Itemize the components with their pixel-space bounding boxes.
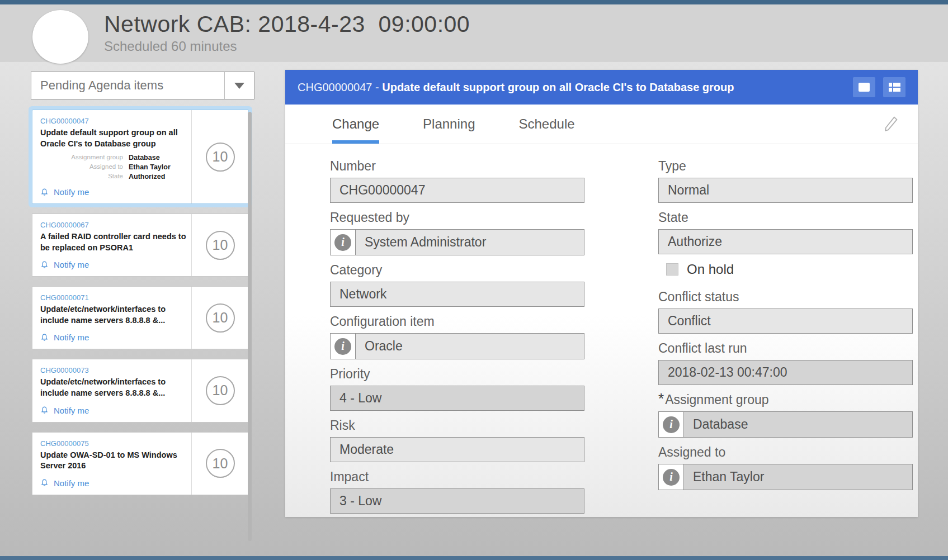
configuration-item-preview-button[interactable]: i [331, 334, 356, 359]
change-short-description: A failed RAID controller card needs to b… [40, 231, 187, 253]
detail-label: State [40, 173, 123, 181]
conflict-last-run-field[interactable]: 2018-02-13 00:47:00 [658, 360, 913, 385]
assigned-to-preview-button[interactable]: i [659, 464, 684, 490]
state-field[interactable]: Authorize [658, 229, 913, 254]
change-number-link[interactable]: CHG00000075 [40, 439, 187, 448]
agenda-filter-label: Pending Agenda items [31, 72, 224, 99]
detail-label: Assigned to [40, 163, 123, 171]
change-panel-title: CHG00000047 - Update default support gro… [298, 81, 845, 94]
agenda-item-chg00000073[interactable]: CHG00000073 Update/etc/network/interface… [32, 359, 249, 422]
field-label-category: Category [330, 263, 584, 278]
bell-icon [40, 188, 49, 197]
notify-me-link[interactable]: Notify me [40, 260, 187, 269]
field-label-state: State [658, 210, 913, 225]
configuration-item-field[interactable]: Oracle [356, 334, 584, 359]
field-label-type: Type [658, 159, 913, 174]
change-detail-panel: CHG00000047 - Update default support gro… [285, 70, 918, 517]
on-hold-label: On hold [687, 262, 734, 277]
change-form: Number CHG00000047 Requested by i System… [285, 144, 918, 521]
change-detail-list: Assignment group Database Assigned to Et… [40, 154, 187, 181]
impact-field[interactable]: 3 - Low [330, 488, 584, 514]
change-short-description: Update/etc/network/interfaces to include… [40, 304, 187, 326]
tab-schedule[interactable]: Schedule [519, 105, 575, 144]
bottom-window-bar [0, 556, 948, 560]
detail-value: Ethan Taylor [129, 163, 187, 171]
bell-icon [40, 478, 49, 487]
field-label-conflict-status: Conflict status [658, 290, 913, 305]
change-number-link[interactable]: CHG00000047 [40, 117, 187, 125]
chevron-down-icon [234, 83, 244, 89]
notify-me-link[interactable]: Notify me [40, 187, 187, 197]
agenda-item-chg00000075[interactable]: CHG00000075 Update OWA-SD-01 to MS Windo… [32, 432, 249, 495]
change-id: CHG00000047 [298, 81, 372, 93]
duration-badge: 10 [206, 231, 235, 260]
page-title: Network CAB: 2018-4-23 09:00:00 [104, 11, 470, 37]
info-icon: i [334, 338, 351, 355]
agenda-filter-dropdown[interactable]: Pending Agenda items [31, 72, 254, 99]
type-field[interactable]: Normal [658, 178, 913, 203]
dropdown-caret-button[interactable] [224, 72, 254, 99]
field-label-assignment-group: * Assignment group [658, 392, 913, 407]
agenda-sidebar: Pending Agenda items CHG00000047 Update … [31, 72, 254, 505]
bell-icon [40, 260, 49, 269]
top-window-bar [0, 0, 948, 4]
card-view-icon [859, 83, 870, 92]
category-field[interactable]: Network [330, 282, 584, 307]
card-view-button[interactable] [853, 77, 875, 97]
required-asterisk: * [658, 392, 664, 405]
agenda-item-chg00000067[interactable]: CHG00000067 A failed RAID controller car… [32, 213, 249, 277]
change-title: Update default support group on all Orac… [382, 81, 734, 93]
edit-pencil-icon[interactable] [882, 115, 900, 134]
info-icon: i [334, 234, 351, 251]
duration-badge: 10 [206, 449, 235, 478]
app-header: Network CAB: 2018-4-23 09:00:00 Schedule… [0, 4, 948, 61]
tab-change[interactable]: Change [332, 105, 379, 144]
requested-by-field[interactable]: System Administrator [356, 230, 584, 255]
conflict-status-field[interactable]: Conflict [658, 309, 913, 334]
duration-badge: 10 [206, 143, 235, 172]
duration-badge: 10 [206, 303, 235, 333]
change-panel-header: CHG00000047 - Update default support gro… [285, 70, 918, 105]
field-label-number: Number [330, 159, 584, 174]
requested-by-preview-button[interactable]: i [331, 230, 356, 255]
priority-field[interactable]: 4 - Low [330, 386, 584, 411]
notify-me-link[interactable]: Notify me [40, 333, 187, 342]
change-number-link[interactable]: CHG00000067 [40, 221, 187, 229]
notify-me-link[interactable]: Notify me [40, 406, 187, 415]
assigned-to-field[interactable]: Ethan Taylor [684, 464, 912, 490]
number-field[interactable]: CHG00000047 [330, 178, 584, 203]
on-hold-checkbox[interactable] [666, 263, 678, 276]
assignment-group-field[interactable]: Database [684, 412, 912, 437]
change-short-description: Update OWA-SD-01 to MS Windows Server 20… [40, 450, 187, 472]
title-separator: - [375, 81, 379, 93]
agenda-item-chg00000047[interactable]: CHG00000047 Update default support group… [32, 110, 249, 204]
assignment-group-preview-button[interactable]: i [659, 412, 684, 437]
notify-me-link[interactable]: Notify me [40, 478, 187, 488]
grid-view-button[interactable] [883, 77, 905, 97]
page-subtitle: Scheduled 60 minutes [104, 39, 470, 54]
change-number-link[interactable]: CHG00000071 [40, 293, 187, 302]
field-label-conflict-last-run: Conflict last run [658, 341, 913, 356]
field-label-configuration-item: Configuration item [330, 314, 584, 329]
tab-planning[interactable]: Planning [423, 105, 475, 144]
agenda-item-chg00000071[interactable]: CHG00000071 Update/etc/network/interface… [32, 286, 249, 349]
detail-label: Assignment group [40, 154, 123, 162]
risk-field[interactable]: Moderate [330, 437, 584, 462]
form-tab-bar: Change Planning Schedule [285, 105, 918, 144]
sidebar-scrollbar[interactable] [248, 112, 252, 541]
duration-badge: 10 [206, 376, 235, 405]
field-label-risk: Risk [330, 418, 584, 433]
field-label-priority: Priority [330, 367, 584, 382]
detail-value: Database [129, 154, 187, 162]
bell-icon [40, 406, 49, 415]
field-label-requested-by: Requested by [330, 210, 584, 225]
info-icon: i [663, 416, 680, 433]
change-short-description: Update/etc/network/interfaces to include… [40, 377, 187, 398]
meeting-avatar [32, 10, 88, 64]
info-icon: i [663, 469, 680, 486]
change-short-description: Update default support group on all Orac… [40, 127, 187, 149]
field-label-impact: Impact [330, 469, 584, 485]
field-label-assigned-to: Assigned to [658, 445, 913, 460]
detail-value: Authorized [129, 173, 187, 181]
change-number-link[interactable]: CHG00000073 [40, 366, 187, 374]
